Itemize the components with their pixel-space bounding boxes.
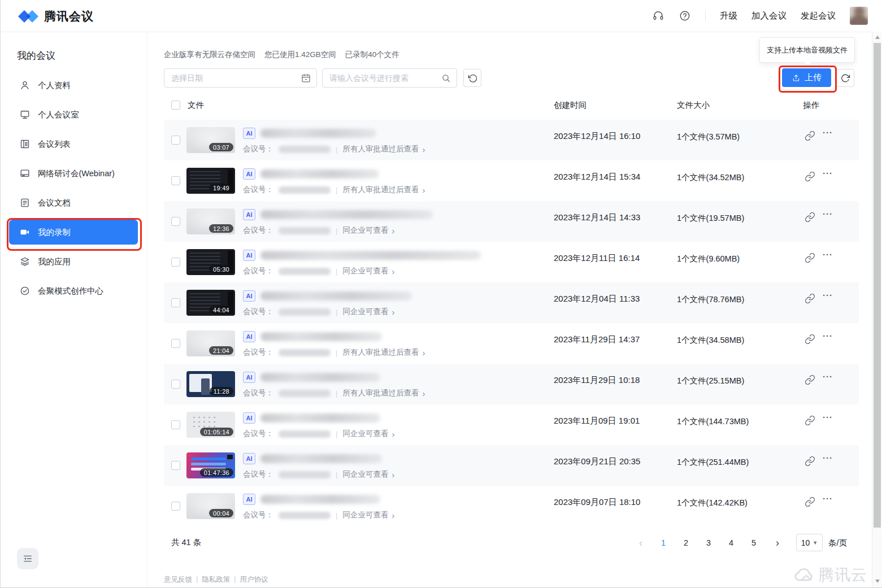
row-checkbox[interactable] <box>171 176 180 185</box>
page-size-select[interactable]: 10 ▼ <box>796 534 823 551</box>
row-checkbox[interactable] <box>171 502 180 511</box>
page-number-5[interactable]: 5 <box>746 535 762 551</box>
more-actions-icon[interactable]: ··· <box>823 209 833 219</box>
calendar-icon[interactable] <box>301 73 311 84</box>
scroll-down-arrow[interactable] <box>872 577 882 585</box>
copy-link-icon[interactable] <box>805 496 816 508</box>
collapse-sidebar-button[interactable] <box>17 548 38 569</box>
recording-title-redacted[interactable] <box>260 413 380 423</box>
recording-title-redacted[interactable] <box>260 129 376 138</box>
prev-page-button[interactable]: ‹ <box>633 535 649 551</box>
refresh-button[interactable] <box>836 69 854 87</box>
row-checkbox[interactable] <box>171 339 180 348</box>
page-number-1[interactable]: 1 <box>655 535 671 551</box>
more-actions-icon[interactable]: ··· <box>823 168 833 178</box>
upgrade-link[interactable]: 升级 <box>720 10 737 22</box>
row-checkbox[interactable] <box>171 380 180 389</box>
headset-icon[interactable] <box>652 10 664 22</box>
permission-link[interactable]: 同企业可查看 <box>343 510 389 520</box>
row-checkbox[interactable] <box>171 420 180 429</box>
row-checkbox[interactable] <box>171 136 180 145</box>
recording-thumbnail[interactable]: 01:47:36 <box>186 452 235 478</box>
search-input[interactable] <box>323 69 457 87</box>
recording-thumbnail[interactable]: 01:05:14 <box>186 412 235 438</box>
permission-link[interactable]: 同企业可查看 <box>343 266 389 276</box>
more-actions-icon[interactable]: ··· <box>823 250 833 259</box>
sidebar-item-webinar[interactable]: 网络研讨会(Webinar) <box>9 161 138 186</box>
search-icon[interactable] <box>441 73 451 84</box>
sidebar-item-apps[interactable]: 我的应用 <box>9 249 138 274</box>
permission-link[interactable]: 同企业可查看 <box>343 307 389 317</box>
recording-thumbnail[interactable]: 21:04 <box>186 330 235 356</box>
recording-title-redacted[interactable] <box>260 454 382 463</box>
footer-link[interactable]: 用户协议 <box>240 575 268 585</box>
permission-link[interactable]: 同企业可查看 <box>343 469 389 480</box>
sidebar-item-create[interactable]: 会聚模式创作中心 <box>9 278 138 303</box>
recording-title-redacted[interactable] <box>260 332 382 341</box>
recording-row: 21:04 AI 会议号： | 所有人审批通过后查看 › 2023年11月29日… <box>164 323 859 364</box>
select-all-checkbox[interactable] <box>171 101 180 110</box>
sidebar-item-user[interactable]: 个人资料 <box>9 73 138 98</box>
recording-title-redacted[interactable] <box>260 291 412 300</box>
scroll-up-arrow[interactable] <box>872 33 882 41</box>
permission-link[interactable]: 所有人审批通过后查看 <box>343 185 419 195</box>
copy-link-icon[interactable] <box>805 415 816 426</box>
row-checkbox[interactable] <box>171 258 180 267</box>
date-input[interactable] <box>164 69 316 87</box>
recording-title-redacted[interactable] <box>260 251 481 260</box>
upload-button[interactable]: 上传 <box>782 68 831 87</box>
recording-thumbnail[interactable]: 05:30 <box>186 249 235 275</box>
permission-link[interactable]: 所有人审批通过后查看 <box>343 388 419 398</box>
footer-link[interactable]: 意见反馈 <box>164 575 192 585</box>
copy-link-icon[interactable] <box>805 130 816 142</box>
copy-link-icon[interactable] <box>805 171 816 182</box>
more-actions-icon[interactable]: ··· <box>823 290 833 300</box>
recording-thumbnail[interactable]: 00:04 <box>186 493 235 519</box>
recording-title-redacted[interactable] <box>260 495 380 504</box>
start-meeting-link[interactable]: 发起会议 <box>801 10 836 22</box>
recording-thumbnail[interactable]: 12:36 <box>186 208 235 234</box>
recording-title-redacted[interactable] <box>260 373 380 382</box>
copy-link-icon[interactable] <box>805 374 816 386</box>
sidebar-item-list[interactable]: 会议列表 <box>9 132 138 156</box>
recording-thumbnail[interactable]: 03:07 <box>186 127 235 153</box>
more-actions-icon[interactable]: ··· <box>823 453 833 463</box>
sidebar-item-doc[interactable]: 会议文档 <box>9 190 138 215</box>
copy-link-icon[interactable] <box>805 212 816 223</box>
more-actions-icon[interactable]: ··· <box>823 331 833 341</box>
row-checkbox[interactable] <box>171 217 180 226</box>
copy-link-icon[interactable] <box>805 456 816 467</box>
avatar[interactable] <box>850 7 868 25</box>
page-number-3[interactable]: 3 <box>701 535 716 551</box>
tencent-meeting-logo[interactable]: 腾讯会议 <box>17 7 94 25</box>
copy-link-icon[interactable] <box>805 252 816 264</box>
copy-link-icon[interactable] <box>805 293 816 304</box>
permission-link[interactable]: 所有人审批通过后查看 <box>343 347 419 358</box>
recording-title-redacted[interactable] <box>260 210 433 219</box>
permission-link[interactable]: 所有人审批通过后查看 <box>343 144 419 154</box>
permission-link[interactable]: 同企业可查看 <box>343 429 389 439</box>
page-number-2[interactable]: 2 <box>678 535 694 551</box>
more-actions-icon[interactable]: ··· <box>823 412 833 422</box>
recording-thumbnail[interactable]: 44:04 <box>186 290 235 316</box>
permission-link[interactable]: 同企业可查看 <box>343 225 389 236</box>
sidebar-item-record[interactable]: 我的录制 <box>9 220 138 245</box>
more-actions-icon[interactable]: ··· <box>823 494 833 503</box>
more-actions-icon[interactable]: ··· <box>823 128 833 137</box>
more-actions-icon[interactable]: ··· <box>823 372 833 381</box>
help-icon[interactable] <box>679 10 691 22</box>
recording-thumbnail[interactable]: 11:28 <box>186 371 235 397</box>
row-checkbox[interactable] <box>171 298 180 307</box>
reset-filter-button[interactable] <box>463 69 481 87</box>
next-page-button[interactable]: › <box>770 535 785 551</box>
sidebar-item-room[interactable]: 个人会议室 <box>9 102 138 127</box>
join-meeting-link[interactable]: 加入会议 <box>751 10 787 22</box>
scrollbar-thumb[interactable] <box>874 43 881 528</box>
row-checkbox[interactable] <box>171 461 180 470</box>
copy-link-icon[interactable] <box>805 334 816 345</box>
recording-thumbnail[interactable]: 19:49 <box>186 168 235 194</box>
footer-link[interactable]: 隐私政策 <box>202 575 230 585</box>
recording-title-redacted[interactable] <box>260 169 379 178</box>
page-number-4[interactable]: 4 <box>723 535 739 551</box>
apps-icon <box>19 256 31 267</box>
